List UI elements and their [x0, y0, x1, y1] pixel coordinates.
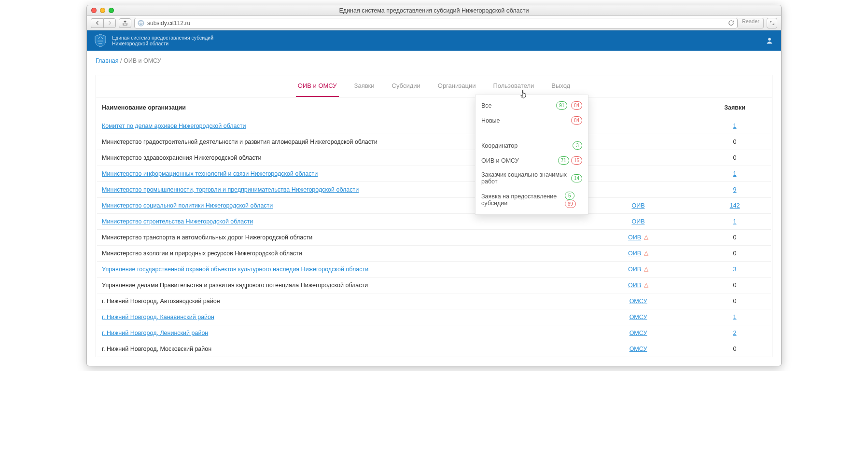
window-title: Единая система предоставления субсидий Н… — [87, 7, 781, 14]
users-dropdown: Все 91 84 Новые 84 Координатор3ОИВ и ОМС… — [475, 95, 588, 215]
badge: 3 — [573, 141, 582, 150]
badge-all-green: 91 — [556, 101, 567, 110]
apps-count: 0 — [699, 134, 771, 150]
table-row: Управление государственной охраной объек… — [97, 262, 771, 278]
mac-zoom-button[interactable] — [109, 8, 114, 13]
org-link[interactable]: Управление государственной охраной объек… — [102, 266, 368, 273]
th-type — [578, 97, 699, 118]
app-title-line2: Нижегородской области — [112, 41, 213, 46]
org-name: г. Нижний Новгород, Автозаводский район — [97, 293, 578, 309]
org-name: Министерство экологии и природных ресурс… — [97, 246, 578, 262]
mac-titlebar: Единая система предоставления субсидий Н… — [87, 5, 781, 16]
url-text: subsidy.cit112.ru — [147, 20, 190, 27]
table-row: Министерство социальной политики Нижегор… — [97, 198, 771, 214]
apps-count: 0 — [699, 278, 771, 293]
badge: 5 — [565, 192, 574, 200]
type-link[interactable]: ОИВ — [628, 282, 641, 289]
apps-count: 0 — [699, 150, 771, 166]
type-link[interactable]: ОИВ — [631, 218, 644, 225]
apps-link[interactable]: 1 — [733, 314, 737, 320]
warning-icon: △ — [644, 265, 648, 272]
browser-window: Единая система предоставления субсидий Н… — [86, 5, 782, 366]
table-row: г. Нижний Новгород, Ленинский районОМСУ2 — [97, 325, 771, 341]
type-link[interactable]: ОИВ — [628, 234, 641, 241]
table-row: Министерство промышленности, торговли и … — [97, 182, 771, 198]
type-link[interactable]: ОИВ — [628, 250, 641, 257]
th-apps[interactable]: Заявки — [699, 97, 771, 118]
mac-minimize-button[interactable] — [100, 8, 105, 13]
badge: 71 — [558, 156, 569, 165]
org-link[interactable]: Министерство промышленности, торговли и … — [102, 186, 359, 193]
nav-buttons — [91, 18, 116, 28]
table-row: Министерство транспорта и автомобильных … — [97, 230, 771, 246]
warning-icon: △ — [644, 281, 648, 288]
tab-oiv-omsu[interactable]: ОИВ и ОМСУ — [296, 82, 339, 97]
apps-count: 0 — [699, 246, 771, 262]
content-panel: ОИВ и ОМСУ Заявки Субсидии Организации П… — [96, 75, 772, 357]
forward-button[interactable] — [103, 18, 116, 28]
breadcrumb-current: ОИВ и ОМСУ — [124, 57, 161, 64]
type-link[interactable]: ОМСУ — [630, 298, 647, 305]
mac-close-button[interactable] — [91, 8, 97, 13]
table-row: Министерство экологии и природных ресурс… — [97, 246, 771, 262]
badge: 15 — [571, 156, 582, 165]
table-row: Министерство информационных технологий и… — [97, 166, 771, 182]
table-row: г. Нижний Новгород, Автозаводский районО… — [97, 293, 771, 309]
org-link[interactable]: Министерство информационных технологий и… — [102, 170, 318, 177]
dd-item[interactable]: Заявка на предоставление субсидии569 — [476, 188, 588, 211]
table-row: Управление делами Правительства и развит… — [97, 278, 771, 293]
apps-link[interactable]: 9 — [733, 186, 737, 193]
badge-all-red: 84 — [571, 101, 582, 110]
tab-subsidies[interactable]: Субсидии — [390, 82, 422, 97]
org-name: Министерство транспорта и автомобильных … — [97, 230, 578, 246]
badge-new-red: 84 — [571, 116, 582, 125]
user-menu-icon[interactable] — [766, 30, 773, 51]
apps-link[interactable]: 142 — [730, 202, 740, 209]
table-row: г. Нижний Новгород, Канавинский районОМС… — [97, 309, 771, 325]
org-link[interactable]: Министерство социальной политики Нижегор… — [102, 202, 273, 209]
url-bar[interactable]: subsidy.cit112.ru — [134, 18, 738, 28]
main-tabs: ОИВ и ОМСУ Заявки Субсидии Организации П… — [96, 75, 772, 97]
share-button[interactable] — [119, 18, 131, 28]
tab-organizations[interactable]: Организации — [436, 82, 478, 97]
dd-item[interactable]: ОИВ и ОМСУ7115 — [476, 153, 588, 168]
apps-link[interactable]: 1 — [733, 170, 737, 177]
svg-point-1 — [768, 38, 771, 41]
apps-count: 0 — [699, 293, 771, 309]
table-row: Министерство градостроительной деятельно… — [97, 134, 771, 150]
table-row: Комитет по делам архивов Нижегородской о… — [97, 118, 771, 134]
crest-icon — [94, 34, 107, 47]
tab-applications[interactable]: Заявки — [352, 82, 377, 97]
org-link[interactable]: Комитет по делам архивов Нижегородской о… — [102, 123, 246, 129]
safari-toolbar: subsidy.cit112.ru Reader — [87, 16, 781, 30]
badge: 69 — [565, 200, 576, 208]
fullscreen-button[interactable] — [767, 18, 777, 28]
dd-item[interactable]: Заказчик социально значимых работ14 — [476, 168, 588, 188]
apps-link[interactable]: 3 — [733, 266, 737, 273]
org-name: г. Нижний Новгород, Московский район — [97, 341, 578, 357]
dd-all[interactable]: Все 91 84 — [476, 98, 588, 113]
table-row: г. Нижний Новгород, Московский районОМСУ… — [97, 341, 771, 357]
org-link[interactable]: Министерство строительства Нижегородской… — [102, 218, 253, 225]
type-link[interactable]: ОИВ — [628, 266, 641, 273]
type-link[interactable]: ОМСУ — [630, 346, 647, 352]
reload-icon[interactable] — [728, 20, 734, 26]
back-button[interactable] — [91, 18, 103, 28]
type-link[interactable]: ОИВ — [631, 202, 644, 209]
org-link[interactable]: г. Нижний Новгород, Ленинский район — [102, 330, 208, 336]
apps-link[interactable]: 1 — [733, 123, 737, 129]
dd-new[interactable]: Новые 84 — [476, 113, 588, 128]
org-link[interactable]: г. Нижний Новгород, Канавинский район — [102, 314, 214, 320]
type-link[interactable]: ОМСУ — [630, 330, 647, 336]
apps-link[interactable]: 2 — [733, 330, 737, 336]
reader-button[interactable]: Reader — [738, 18, 764, 28]
breadcrumb: Главная / ОИВ и ОМСУ — [87, 51, 781, 71]
apps-link[interactable]: 1 — [733, 218, 737, 225]
table-row: Министерство строительства Нижегородской… — [97, 214, 771, 230]
type-link[interactable]: ОМСУ — [630, 314, 647, 320]
warning-icon: △ — [644, 250, 648, 256]
dd-item[interactable]: Координатор3 — [476, 138, 588, 153]
site-icon — [138, 20, 144, 27]
breadcrumb-home[interactable]: Главная — [96, 57, 119, 64]
badge: 14 — [571, 174, 582, 182]
